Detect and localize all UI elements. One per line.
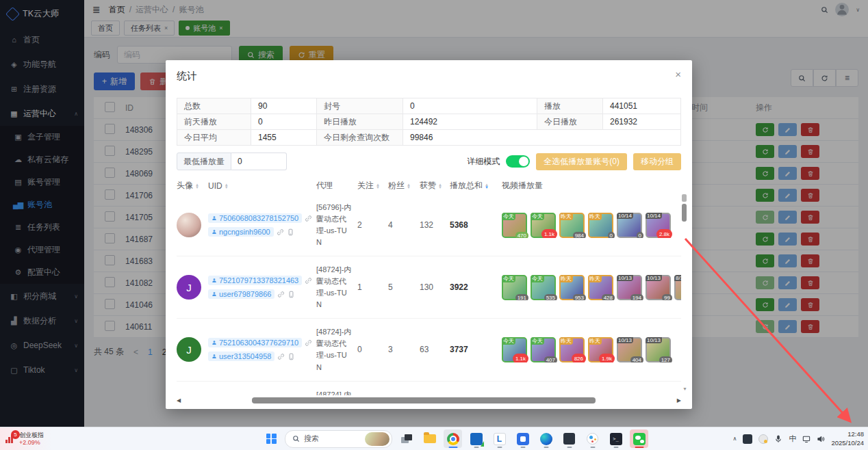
likes-cell: 130	[420, 282, 450, 292]
video-thumbnail[interactable]: 今天 407	[531, 337, 556, 362]
column-header: 视频播放量	[502, 180, 681, 191]
video-thumbnail[interactable]: 今天 470	[502, 213, 527, 238]
video-date-label: 昨天	[559, 337, 573, 345]
edge-icon	[540, 433, 552, 445]
taskbar-app-chrome[interactable]	[444, 429, 462, 448]
speaker-icon[interactable]	[817, 435, 825, 443]
taskbar-app-terminal[interactable]: >_	[607, 429, 625, 448]
video-thumbnail[interactable]: 昨天 1.9k	[588, 337, 613, 362]
link-icon[interactable]	[277, 228, 284, 236]
sort-arrows-icon[interactable]: ▲▼	[485, 183, 489, 189]
column-header[interactable]: 粉丝▲▼	[388, 180, 420, 191]
uid-chip[interactable]: 7521063004377629710	[208, 338, 302, 347]
video-thumbnail[interactable]: 10/14 0	[617, 213, 642, 238]
scroll-down-icon[interactable]: ▼	[682, 386, 687, 391]
account-row: J 7521063004377629710 user313504958 [487…	[177, 318, 681, 380]
avatar[interactable]	[177, 213, 201, 237]
stat-value: 261932	[603, 114, 681, 130]
taskbar-app-wechat[interactable]	[630, 429, 648, 448]
video-thumbnail[interactable]: 今天 191	[502, 275, 527, 300]
link-icon[interactable]	[305, 339, 312, 347]
video-thumbnail[interactable]: 8/3	[674, 275, 681, 300]
sort-arrows-icon[interactable]: ▲▼	[195, 183, 199, 189]
column-header[interactable]: 头像▲▼	[177, 180, 208, 191]
video-thumbnail[interactable]: 昨天 953	[559, 275, 585, 300]
stats-table: 总数90封号0播放441051前天播放0昨日播放124492今日播放261932…	[177, 98, 681, 146]
scroll-right-icon[interactable]: ▶	[677, 397, 681, 403]
following-cell: 0	[357, 345, 388, 354]
video-thumbnail[interactable]: 今天 1.1k	[531, 213, 556, 238]
taskbar-clock[interactable]: 12:48 2025/10/24	[831, 430, 864, 447]
uid-chip[interactable]: 7506068083278152750	[208, 213, 302, 223]
link-icon[interactable]	[277, 353, 285, 360]
video-date-label: 今天	[502, 337, 515, 345]
taskbar-app-task-view[interactable]	[397, 429, 416, 448]
sort-arrows-icon[interactable]: ▲▼	[376, 183, 380, 189]
username-chip[interactable]: user679879866	[208, 289, 275, 299]
video-thumbnail[interactable]: 昨天 984	[559, 213, 585, 238]
avatar[interactable]: J	[177, 337, 201, 362]
username-chip[interactable]: ngcngsinh9600	[208, 227, 274, 237]
video-thumbnail[interactable]: 10/13 99	[646, 275, 671, 300]
taskbar-app-meeting-app[interactable]	[513, 429, 532, 448]
taskbar-search-input[interactable]: 搜索	[285, 430, 392, 448]
stat-label: 封号	[317, 98, 403, 114]
video-thumbnail[interactable]: 昨天 826	[559, 337, 585, 362]
vertical-scrollbar-button[interactable]	[682, 194, 687, 202]
video-play-count: 428	[602, 294, 615, 300]
min-play-input[interactable]: 最低播放量 0	[177, 153, 287, 170]
video-thumbnail[interactable]: 10/13 404	[617, 337, 642, 362]
link-icon[interactable]	[305, 277, 312, 284]
detail-mode-toggle[interactable]	[506, 155, 530, 168]
video-date-label: 昨天	[559, 213, 573, 220]
taskbar-app-rings-app[interactable]	[583, 429, 602, 448]
video-thumbnail[interactable]: 10/13 194	[617, 275, 642, 300]
widgets-button[interactable]: 5 创业板指 +2.09%	[0, 427, 52, 450]
display-icon[interactable]	[802, 435, 810, 443]
move-group-button[interactable]: 移动分组	[633, 153, 681, 170]
taskbar-app-legal-app[interactable]: L	[490, 429, 509, 448]
sort-arrows-icon[interactable]: ▲▼	[407, 183, 411, 189]
taskbar-app-dark-app[interactable]	[560, 429, 578, 448]
column-header[interactable]: 关注▲▼	[357, 180, 388, 191]
close-icon[interactable]: ×	[675, 68, 681, 80]
phone-icon[interactable]	[288, 291, 295, 298]
vertical-scrollbar-thumb[interactable]	[682, 204, 687, 222]
link-icon[interactable]	[305, 215, 312, 222]
video-thumbnail[interactable]: 昨天 0	[588, 213, 613, 238]
horizontal-scrollbar-thumb[interactable]	[252, 397, 596, 403]
username-chip[interactable]: user313504958	[208, 352, 275, 361]
start-button[interactable]	[262, 430, 280, 448]
following-cell: 1	[357, 282, 388, 292]
sort-arrows-icon[interactable]: ▲▼	[225, 183, 229, 189]
column-header[interactable]: 播放总和▲▼	[450, 180, 502, 191]
select-low-play-button[interactable]: 全选低播放量账号(0)	[536, 153, 627, 170]
stat-label: 总数	[177, 98, 251, 114]
video-thumbnail[interactable]: 昨天 428	[588, 275, 613, 300]
phone-icon[interactable]	[287, 228, 294, 236]
video-thumbnail[interactable]: 10/13 127	[646, 337, 671, 362]
following-cell: 2	[357, 220, 388, 230]
taskbar-app-edge[interactable]	[537, 429, 555, 448]
taskbar-app-file-explorer[interactable]	[420, 429, 439, 448]
video-thumbnail[interactable]: 今天 1.1k	[502, 337, 527, 362]
sort-arrows-icon[interactable]: ▲▼	[438, 183, 442, 189]
microphone-icon[interactable]	[774, 435, 782, 443]
taskbar-app-remote-desktop[interactable]	[467, 429, 485, 448]
tray-app-icon[interactable]	[743, 434, 752, 444]
tray-chevron-up-icon[interactable]: ∧	[733, 436, 737, 442]
column-header[interactable]: UID▲▼	[208, 181, 316, 191]
ime-indicator[interactable]: 中	[789, 434, 796, 444]
uid-chip[interactable]: 7521079713378321463	[208, 276, 302, 285]
scroll-left-icon[interactable]: ◀	[177, 397, 181, 403]
stat-value: 1455	[251, 130, 317, 146]
link-icon[interactable]	[277, 291, 285, 298]
video-thumbnail[interactable]: 10/14 2.8k	[646, 213, 671, 238]
column-header[interactable]: 获赞▲▼	[420, 180, 450, 191]
avatar[interactable]: J	[177, 275, 201, 300]
video-play-count: 407	[544, 356, 557, 362]
video-date-label: 今天	[531, 213, 544, 220]
video-thumbnail[interactable]: 今天 535	[531, 275, 556, 300]
phone-icon[interactable]	[288, 353, 295, 360]
tray-status-icon[interactable]	[758, 434, 768, 444]
